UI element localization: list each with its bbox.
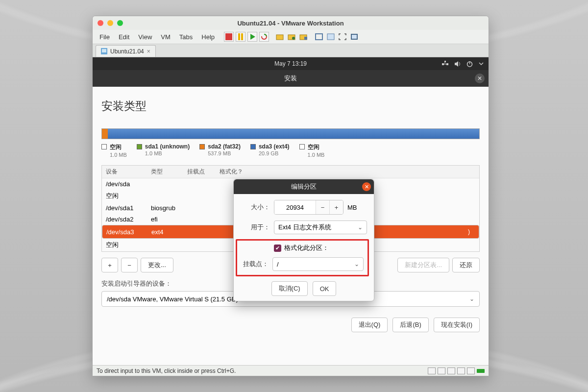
- tab-ubuntu[interactable]: Ubuntu21.04 ×: [96, 45, 156, 57]
- remove-partition-button[interactable]: −: [121, 258, 138, 272]
- printer-icon[interactable]: [457, 368, 465, 374]
- gnome-status-area[interactable]: [442, 61, 484, 67]
- volume-icon: [454, 61, 461, 67]
- nic-icon[interactable]: [447, 368, 455, 374]
- svg-rect-2: [241, 33, 243, 40]
- gnome-clock: May 7 13:19: [274, 60, 307, 67]
- installer-close-button[interactable]: ✕: [475, 74, 485, 83]
- chevron-down-icon: ⌄: [354, 261, 359, 268]
- dialog-titlebar: 编辑分区 ✕: [234, 179, 374, 194]
- installer-titlebar: 安装 ✕: [93, 70, 489, 87]
- format-label: 格式化此分区：: [284, 244, 329, 252]
- table-header: 设备 类型 挂载点 格式化？: [102, 166, 479, 178]
- svg-rect-4: [276, 35, 283, 40]
- vmware-titlebar: Ubuntu21.04 - VMware Workstation: [93, 16, 489, 30]
- size-decrement-button[interactable]: −: [316, 200, 329, 214]
- legend-sda3: sda3 (ext4)20.9 GB: [250, 143, 290, 158]
- fullscreen-icon[interactable]: [338, 32, 347, 42]
- svg-point-6: [292, 37, 295, 40]
- pause-icon[interactable]: [236, 32, 245, 42]
- svg-rect-17: [444, 61, 446, 62]
- svg-rect-12: [352, 35, 357, 39]
- page-title: 安装类型: [101, 98, 480, 114]
- size-row: 大小： − + MB: [241, 200, 367, 215]
- unity-icon[interactable]: [349, 32, 359, 42]
- use-label: 用于：: [241, 223, 270, 232]
- dialog-title: 编辑分区: [291, 182, 317, 191]
- chevron-down-icon: ⌄: [469, 295, 474, 302]
- dialog-close-button[interactable]: ✕: [362, 182, 371, 191]
- tab-label: Ubuntu21.04: [110, 48, 144, 55]
- seg-sda3[interactable]: [108, 129, 479, 139]
- device-tray: [428, 368, 485, 374]
- vm-icon: [101, 48, 107, 54]
- minimize-icon[interactable]: [107, 20, 113, 26]
- chevron-down-icon: [479, 61, 484, 66]
- chevron-down-icon: ⌄: [358, 224, 363, 231]
- quit-button[interactable]: 退出(Q): [351, 318, 388, 332]
- close-icon[interactable]: [98, 20, 103, 26]
- back-button[interactable]: 后退(B): [392, 318, 428, 332]
- power-icon: [466, 61, 473, 67]
- legend-sda1: sda1 (unknown)1.0 MB: [137, 143, 190, 158]
- use-value: Ext4 日志文件系统: [278, 223, 331, 232]
- tab-close-icon[interactable]: ×: [147, 48, 150, 55]
- legend-free1: 空闲1.0 MB: [101, 143, 127, 158]
- window-title: Ubuntu21.04 - VMware Workstation: [93, 20, 489, 27]
- size-label: 大小：: [241, 203, 270, 212]
- menu-view[interactable]: View: [134, 32, 156, 42]
- new-partition-table-button[interactable]: 新建分区表...: [397, 258, 449, 272]
- play-icon[interactable]: [247, 32, 257, 42]
- use-as-select[interactable]: Ext4 日志文件系统 ⌄: [274, 220, 367, 234]
- mount-point-select[interactable]: / ⌄: [272, 257, 364, 271]
- svg-marker-18: [455, 61, 458, 67]
- gnome-top-bar: May 7 13:19: [93, 57, 489, 70]
- svg-rect-20: [469, 61, 470, 64]
- format-checkbox[interactable]: ✔: [274, 245, 281, 252]
- console-view-icon[interactable]: [326, 32, 336, 42]
- svg-rect-1: [238, 33, 240, 40]
- change-partition-button[interactable]: 更改...: [141, 258, 173, 272]
- mount-row: 挂载点： / ⌄: [239, 257, 364, 271]
- cd-icon[interactable]: [438, 368, 445, 374]
- partition-legend: 空闲1.0 MB sda1 (unknown)1.0 MB sda2 (fat3…: [101, 143, 480, 158]
- sound-icon[interactable]: [467, 368, 475, 374]
- snapshot-revert-icon[interactable]: [298, 32, 308, 42]
- hdd-icon[interactable]: [428, 368, 436, 374]
- restart-icon[interactable]: [259, 32, 269, 42]
- size-input[interactable]: [274, 200, 316, 214]
- legend-sda2: sda2 (fat32)537.9 MB: [199, 143, 241, 158]
- snapshot-icon[interactable]: [275, 32, 285, 42]
- size-unit: MB: [347, 204, 357, 211]
- size-increment-button[interactable]: +: [329, 200, 343, 214]
- menu-vm[interactable]: VM: [157, 32, 174, 42]
- revert-button[interactable]: 还原: [452, 258, 480, 272]
- menu-help[interactable]: Help: [197, 32, 219, 42]
- add-partition-button[interactable]: +: [101, 258, 118, 272]
- use-row: 用于： Ext4 日志文件系统 ⌄: [241, 220, 367, 234]
- legend-free2: 空闲1.0 MB: [299, 143, 325, 158]
- svg-rect-9: [316, 34, 322, 40]
- menu-tabs[interactable]: Tabs: [175, 32, 196, 42]
- svg-marker-3: [250, 34, 255, 40]
- size-spinner: − +: [274, 200, 343, 215]
- bootloader-value: /dev/sda VMware, VMware Virtual S (21.5 …: [107, 295, 238, 303]
- install-now-button[interactable]: 现在安装(I): [434, 318, 480, 332]
- dialog-actions: 取消(C) OK: [241, 281, 367, 296]
- menu-edit[interactable]: Edit: [115, 32, 133, 42]
- svg-rect-8: [304, 37, 307, 40]
- fit-guest-icon[interactable]: [314, 32, 324, 42]
- suspend-icon[interactable]: [224, 32, 234, 42]
- zoom-icon[interactable]: [117, 20, 123, 26]
- ok-button[interactable]: OK: [313, 281, 337, 296]
- svg-rect-14: [102, 49, 106, 52]
- edit-partition-dialog: 编辑分区 ✕ 大小： − + MB 用于： Ext4 日志文件系统 ⌄ ✔ 格式…: [233, 179, 374, 301]
- network-icon: [442, 61, 448, 67]
- status-text: To direct input to this VM, click inside…: [97, 368, 236, 374]
- disk-usage-bar: [101, 128, 480, 139]
- snapshot-manager-icon[interactable]: [287, 32, 296, 42]
- svg-rect-0: [225, 33, 232, 40]
- menu-file[interactable]: File: [96, 32, 114, 42]
- cancel-button[interactable]: 取消(C): [271, 281, 308, 296]
- seg-free-left: [102, 129, 108, 139]
